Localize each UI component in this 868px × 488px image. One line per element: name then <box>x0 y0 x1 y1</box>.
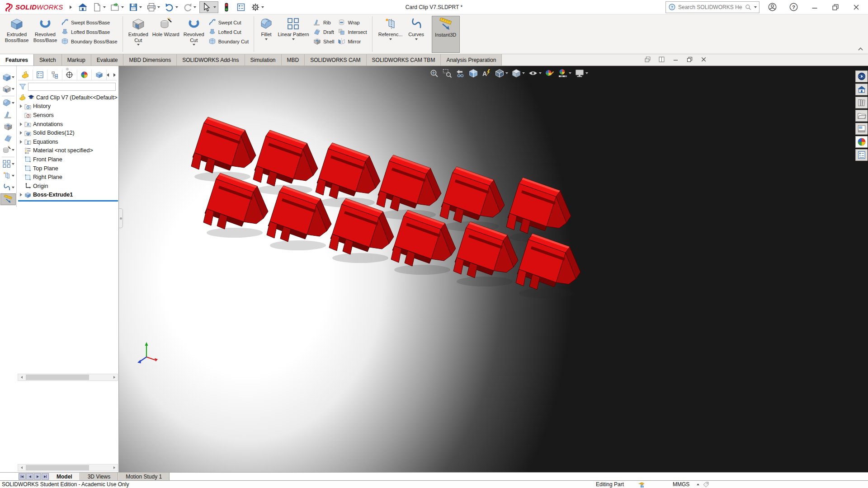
redo-button[interactable] <box>181 1 198 13</box>
strip-dropdown[interactable] <box>12 149 14 151</box>
tab-mbd-dimensions[interactable]: MBD Dimensions <box>123 54 177 66</box>
mirror-button[interactable]: Mirror <box>336 37 368 46</box>
curves-button[interactable]: Curves <box>406 16 427 53</box>
file-properties-button[interactable] <box>235 1 247 13</box>
card-clip-body[interactable] <box>377 155 441 220</box>
strip-instant3d-button[interactable] <box>0 193 16 205</box>
units-dropdown-caret[interactable] <box>697 483 699 485</box>
strip-dropdown[interactable] <box>12 76 14 78</box>
wrap-button[interactable]: Wrap <box>336 18 368 27</box>
graphics-viewport[interactable] <box>119 66 868 472</box>
design-library-tab[interactable] <box>855 97 868 108</box>
help-button[interactable] <box>785 0 802 14</box>
tab-solidworks-cam[interactable]: SOLIDWORKS CAM <box>305 54 366 66</box>
scroll-right-button[interactable] <box>111 374 118 380</box>
tree-item-equations[interactable]: Equations <box>18 137 118 146</box>
options-button[interactable] <box>249 1 265 13</box>
card-clip-body[interactable] <box>391 210 456 275</box>
account-button[interactable] <box>764 0 781 14</box>
strip-curves-button[interactable] <box>0 182 16 193</box>
tree-filter-input[interactable] <box>28 83 116 91</box>
scrollbar-thumb[interactable] <box>26 375 89 380</box>
zoom-to-fit-button[interactable] <box>429 68 439 78</box>
lofted-boss-base-button[interactable]: Lofted Boss/Base <box>59 27 119 37</box>
tree-horizontal-scrollbar[interactable] <box>18 374 118 381</box>
help-search-box[interactable] <box>665 1 760 13</box>
boundary-boss-base-button[interactable]: Boundary Boss/Base <box>59 37 119 46</box>
tab-features[interactable]: Features <box>0 54 34 66</box>
expand-arrow-icon[interactable] <box>20 140 22 144</box>
linear-pattern-dropdown[interactable] <box>292 38 295 40</box>
hide-show-items-dropdown[interactable] <box>539 72 542 74</box>
open-button[interactable] <box>109 1 125 13</box>
cam-tree-tab[interactable] <box>92 70 107 80</box>
previous-view-button[interactable] <box>455 68 465 78</box>
strip-shell-button[interactable] <box>0 121 16 132</box>
scrollbar-track[interactable] <box>25 465 111 471</box>
scroll-right-button[interactable] <box>111 465 118 471</box>
tab-simulation[interactable]: Simulation <box>245 54 282 66</box>
view-orientation-dropdown[interactable] <box>505 72 508 74</box>
units-label[interactable]: MMGS <box>673 481 689 488</box>
tree-item-right-plane[interactable]: Right Plane <box>18 173 118 182</box>
apply-scene-dropdown[interactable] <box>569 72 571 74</box>
home-button[interactable] <box>76 1 89 13</box>
redo-dropdown[interactable] <box>193 6 196 8</box>
scrollbar-thumb[interactable] <box>26 465 89 470</box>
print-button[interactable] <box>145 1 161 13</box>
display-style-button[interactable] <box>511 68 525 78</box>
tree-item-sensors[interactable]: Sensors <box>18 111 118 120</box>
card-clip-body[interactable] <box>506 178 571 242</box>
custom-properties-tab[interactable] <box>855 149 868 161</box>
fm-tabs-scroll-left[interactable] <box>107 73 109 77</box>
scroll-left-button[interactable] <box>18 374 25 380</box>
hole-wizard-button[interactable]: Hole Wizard <box>151 16 181 53</box>
section-view-button[interactable] <box>468 68 478 78</box>
edit-appearance-button[interactable] <box>545 68 555 78</box>
extruded-boss-base-button[interactable]: Extruded Boss/Base <box>2 16 31 53</box>
expand-arrow-icon[interactable] <box>20 193 22 197</box>
strip-extruded-boss-button[interactable] <box>0 71 16 83</box>
tab-markup[interactable]: Markup <box>62 54 91 66</box>
feature-manager-design-tree-tab[interactable] <box>18 70 33 80</box>
card-clip-body[interactable] <box>329 198 394 263</box>
strip-draft-button[interactable] <box>0 132 16 144</box>
strip-dropdown[interactable] <box>12 187 14 188</box>
view-orientation-button[interactable] <box>495 68 508 78</box>
previous-tab-button[interactable] <box>26 473 33 480</box>
save-button[interactable] <box>127 1 143 13</box>
undo-button[interactable] <box>163 1 179 13</box>
card-clip-body[interactable] <box>453 222 518 286</box>
revolved-cut-dropdown[interactable] <box>193 44 195 46</box>
rollback-bar[interactable] <box>18 200 118 202</box>
card-clip-body[interactable] <box>253 130 318 195</box>
view-settings-button[interactable] <box>575 68 588 78</box>
appearances-tab[interactable] <box>855 136 868 148</box>
menu-expand-arrow[interactable] <box>70 5 72 9</box>
swept-boss-base-button[interactable]: Swept Boss/Base <box>59 18 119 27</box>
3d-views-tab[interactable]: 3D Views <box>80 473 118 480</box>
tree-root-item[interactable]: Card Clip V7 (Default<<Default> <box>18 93 118 102</box>
strip-dropdown[interactable] <box>12 88 14 90</box>
scrollbar-track[interactable] <box>25 374 111 380</box>
curves-dropdown[interactable] <box>415 38 418 40</box>
tag-icon[interactable] <box>703 481 709 488</box>
strip-rib-button[interactable] <box>0 109 16 121</box>
motion-study-tab[interactable]: Motion Study 1 <box>118 473 170 480</box>
display-style-dropdown[interactable] <box>522 72 525 74</box>
close-button[interactable] <box>848 1 864 14</box>
panel-horizontal-scrollbar[interactable] <box>18 464 118 471</box>
shell-button[interactable]: Shell <box>311 37 336 46</box>
tree-item-history[interactable]: History <box>18 102 118 111</box>
select-tool-dropdown[interactable] <box>213 6 216 8</box>
new-document-dropdown[interactable] <box>103 6 106 8</box>
card-clip-body[interactable] <box>203 173 268 238</box>
strip-dropdown[interactable] <box>12 175 14 177</box>
tab-evaluate[interactable]: Evaluate <box>91 54 124 66</box>
help-search-input[interactable] <box>678 4 742 10</box>
design-library-home-tab[interactable] <box>855 84 868 95</box>
card-clip-body[interactable] <box>191 117 256 182</box>
expand-arrow-icon[interactable] <box>20 122 22 126</box>
tab-solidworks-cam-tbm[interactable]: SOLIDWORKS CAM TBM <box>367 54 441 66</box>
tree-item-front-plane[interactable]: Front Plane <box>18 155 118 164</box>
